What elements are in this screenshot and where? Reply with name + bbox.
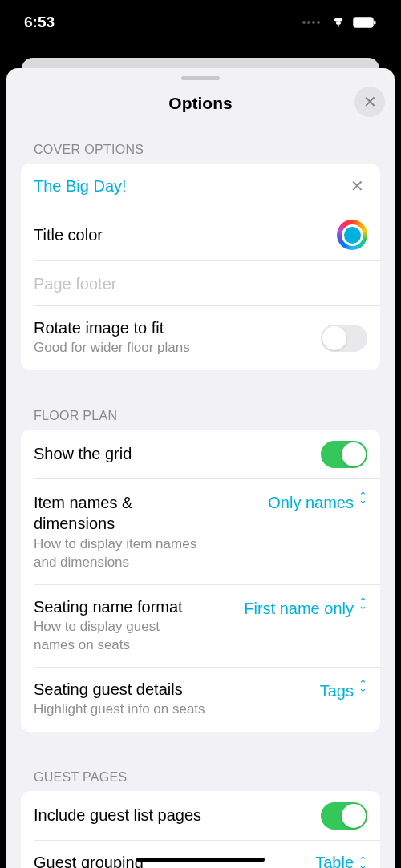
cover-title-value: The Big Day! bbox=[34, 177, 127, 196]
rotate-image-toggle[interactable] bbox=[321, 325, 367, 352]
row-include-guest-list: Include guest list pages bbox=[21, 791, 380, 841]
guest-grouping-value: Table bbox=[315, 854, 354, 868]
row-seating-name-format[interactable]: Seating name format How to display guest… bbox=[21, 585, 380, 668]
color-picker-icon[interactable] bbox=[337, 220, 367, 250]
row-title-color[interactable]: Title color bbox=[21, 208, 380, 261]
rotate-image-content: Rotate image to fit Good for wider floor… bbox=[34, 319, 321, 357]
show-grid-toggle[interactable] bbox=[321, 441, 367, 468]
rotate-image-subtitle: Good for wider floor plans bbox=[34, 339, 258, 357]
sheet-grabber[interactable] bbox=[181, 76, 220, 80]
battery-icon bbox=[353, 17, 377, 28]
section-floor-plan: Show the grid Item names & dimensions Ho… bbox=[21, 430, 380, 732]
guest-grouping-picker[interactable]: Table ⌃⌄ bbox=[315, 854, 367, 868]
svg-rect-1 bbox=[374, 20, 376, 24]
row-show-grid: Show the grid bbox=[21, 430, 380, 479]
section-header-cover: Cover Options bbox=[6, 135, 395, 164]
item-names-value: Only names bbox=[268, 494, 354, 512]
toggle-knob bbox=[342, 804, 366, 828]
seating-name-format-value: First name only bbox=[244, 600, 354, 618]
guest-grouping-label: Guest grouping bbox=[34, 854, 144, 868]
wifi-icon bbox=[330, 16, 346, 28]
seating-guest-details-value: Tags bbox=[320, 682, 354, 700]
seating-name-format-subtitle: How to display guest names on seats bbox=[34, 618, 194, 655]
chevron-up-down-icon: ⌃⌄ bbox=[358, 494, 367, 502]
chevron-up-down-icon: ⌃⌄ bbox=[358, 858, 367, 866]
selected-color-swatch bbox=[342, 224, 363, 246]
row-item-names[interactable]: Item names & dimensions How to display i… bbox=[21, 479, 380, 585]
row-rotate-image: Rotate image to fit Good for wider floor… bbox=[21, 306, 380, 370]
close-button[interactable]: ✕ bbox=[354, 87, 385, 117]
include-guest-list-toggle[interactable] bbox=[321, 802, 367, 830]
section-guest-pages: Include guest list pages Guest grouping … bbox=[21, 791, 380, 868]
toggle-knob bbox=[322, 326, 346, 350]
include-guest-list-label: Include guest list pages bbox=[34, 806, 201, 825]
rotate-image-label: Rotate image to fit bbox=[34, 319, 321, 337]
seating-name-format-picker[interactable]: First name only ⌃⌄ bbox=[244, 598, 367, 618]
clear-title-button[interactable]: ✕ bbox=[347, 176, 367, 196]
show-grid-label: Show the grid bbox=[34, 445, 132, 463]
status-time: 6:53 bbox=[24, 14, 55, 31]
seating-name-format-label: Seating name format bbox=[34, 598, 244, 616]
item-names-content: Item names & dimensions How to display i… bbox=[34, 492, 268, 572]
seating-guest-details-subtitle: Highlight guest info on seats bbox=[34, 700, 258, 719]
row-page-footer[interactable]: Page footer bbox=[21, 261, 380, 306]
row-cover-title[interactable]: The Big Day! ✕ bbox=[21, 164, 380, 208]
row-seating-guest-details[interactable]: Seating guest details Highlight guest in… bbox=[21, 668, 380, 732]
cell-signal-icon bbox=[302, 21, 320, 24]
section-header-floor-plan: Floor Plan bbox=[6, 401, 395, 430]
sheet-title: Options bbox=[168, 94, 232, 113]
page-footer-placeholder: Page footer bbox=[34, 275, 116, 293]
sheet-header: Options ✕ bbox=[6, 87, 395, 120]
seating-guest-details-label: Seating guest details bbox=[34, 680, 320, 699]
row-guest-grouping[interactable]: Guest grouping Table ⌃⌄ bbox=[21, 841, 380, 868]
item-names-label: Item names & dimensions bbox=[34, 492, 178, 534]
home-indicator[interactable] bbox=[136, 858, 265, 862]
item-names-picker[interactable]: Only names ⌃⌄ bbox=[268, 492, 367, 512]
close-icon: ✕ bbox=[363, 94, 377, 110]
status-icons bbox=[302, 16, 377, 28]
chevron-up-down-icon: ⌃⌄ bbox=[358, 600, 367, 608]
title-color-label: Title color bbox=[34, 226, 103, 244]
svg-rect-0 bbox=[354, 18, 373, 27]
chevron-up-down-icon: ⌃⌄ bbox=[358, 682, 367, 690]
seating-guest-details-picker[interactable]: Tags ⌃⌄ bbox=[320, 680, 367, 700]
seating-name-format-content: Seating name format How to display guest… bbox=[34, 598, 244, 655]
toggle-knob bbox=[342, 442, 366, 466]
section-header-guest-pages: Guest Pages bbox=[6, 762, 395, 791]
item-names-subtitle: How to display item names and dimensions bbox=[34, 535, 210, 572]
seating-guest-details-content: Seating guest details Highlight guest in… bbox=[34, 680, 320, 719]
section-cover: The Big Day! ✕ Title color Page footer R… bbox=[21, 164, 380, 370]
options-sheet: Options ✕ Cover Options The Big Day! ✕ T… bbox=[6, 68, 395, 868]
status-bar: 6:53 bbox=[0, 0, 401, 44]
